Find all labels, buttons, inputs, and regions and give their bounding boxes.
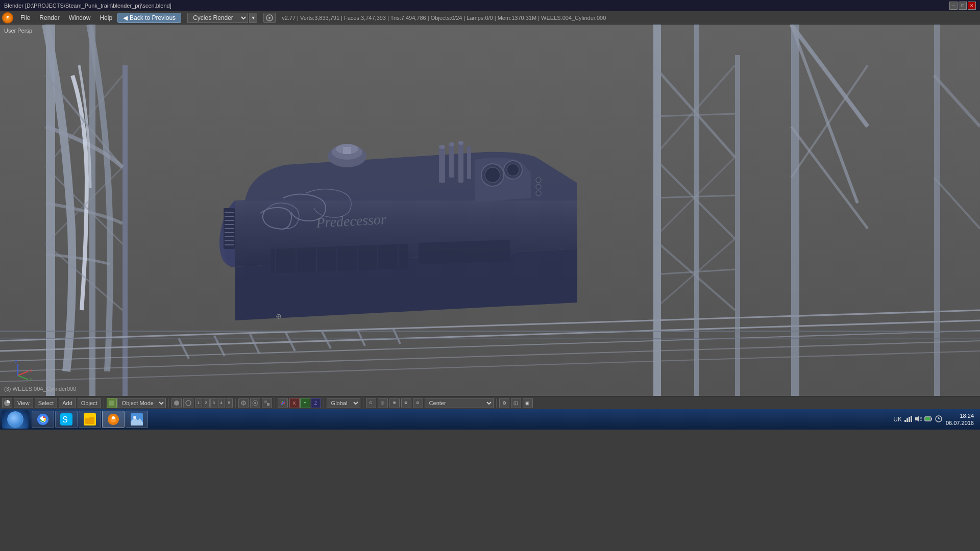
toolbar-sep-1 bbox=[104, 398, 104, 408]
svg-point-4 bbox=[268, 17, 271, 19]
render-menu[interactable]: Render bbox=[35, 13, 63, 23]
title-bar: Blender [D:\PROJECTS\Steam_Punk_train\bl… bbox=[0, 0, 980, 11]
taskbar: S UK bbox=[0, 409, 980, 430]
system-clock: 18:24 06.07.2016 bbox=[946, 412, 974, 427]
close-button[interactable]: ✕ bbox=[968, 2, 976, 10]
svg-rect-122 bbox=[909, 417, 910, 422]
svg-rect-50 bbox=[449, 144, 454, 178]
bottom-toolbar: View Select Add Object Object Mode Edit … bbox=[0, 396, 980, 409]
taskbar-blender[interactable] bbox=[102, 411, 125, 428]
layer-4-btn[interactable]: 4 bbox=[218, 398, 225, 408]
wire-viewport-icon[interactable] bbox=[183, 398, 193, 408]
svg-text:Z: Z bbox=[15, 359, 18, 364]
start-button[interactable] bbox=[2, 410, 29, 429]
maximize-button[interactable]: □ bbox=[959, 2, 967, 10]
pivot-icon-5[interactable]: ⊘ bbox=[413, 398, 423, 408]
svg-marker-124 bbox=[915, 416, 919, 422]
select-menu-btn[interactable]: Select bbox=[35, 398, 58, 408]
manipulator-icon[interactable] bbox=[278, 398, 288, 408]
render-visibility-icon[interactable]: ◫ bbox=[511, 398, 521, 408]
toolbar-sep-6 bbox=[363, 398, 363, 408]
svg-point-60 bbox=[536, 184, 541, 189]
svg-rect-102 bbox=[264, 400, 267, 403]
layer-2-btn[interactable]: 2 bbox=[203, 398, 210, 408]
viewport-3d[interactable]: Predecessor bbox=[0, 24, 980, 396]
svg-point-95 bbox=[174, 400, 179, 406]
blender-logo bbox=[2, 12, 13, 23]
proportional-edit-icon[interactable] bbox=[250, 398, 260, 408]
svg-rect-62 bbox=[653, 24, 661, 396]
window-menu[interactable]: Window bbox=[65, 13, 95, 23]
layer-1-btn[interactable]: 1 bbox=[195, 398, 202, 408]
opengl-icon[interactable]: ▣ bbox=[523, 398, 533, 408]
transform-z-icon[interactable]: Z bbox=[311, 398, 321, 408]
svg-rect-48 bbox=[439, 147, 445, 183]
svg-rect-94 bbox=[109, 400, 114, 406]
toolbar-sep-5 bbox=[324, 398, 324, 408]
svg-point-96 bbox=[186, 400, 191, 406]
keyboard-layout-icon[interactable]: UK bbox=[893, 416, 902, 423]
toolbar-sep-2 bbox=[168, 398, 169, 408]
svg-rect-82 bbox=[0, 331, 980, 332]
layer-3-btn[interactable]: 3 bbox=[210, 398, 217, 408]
clock-icon bbox=[935, 415, 943, 424]
svg-point-56 bbox=[485, 167, 500, 183]
window-controls: ─ □ ✕ bbox=[949, 2, 976, 10]
object-menu-btn[interactable]: Object bbox=[78, 398, 101, 408]
taskbar-photos[interactable] bbox=[126, 411, 148, 428]
viewport-label: User Persp bbox=[4, 28, 32, 34]
add-menu-btn[interactable]: Add bbox=[59, 398, 76, 408]
svg-rect-83 bbox=[0, 338, 980, 339]
svg-point-59 bbox=[536, 178, 541, 183]
layer-5-btn[interactable]: 5 bbox=[226, 398, 233, 408]
svg-rect-63 bbox=[694, 24, 699, 396]
solid-viewport-icon[interactable] bbox=[172, 398, 182, 408]
svg-point-61 bbox=[536, 191, 541, 196]
svg-rect-129 bbox=[925, 417, 930, 420]
pivot-icon-3[interactable]: ⊕ bbox=[389, 398, 400, 408]
pivot-select[interactable]: Center Individual Origins Active Element… bbox=[425, 398, 494, 408]
svg-rect-120 bbox=[904, 420, 906, 422]
toolbar-sep-4 bbox=[275, 398, 275, 408]
occlude-icon[interactable] bbox=[262, 398, 272, 408]
object-mode-select[interactable]: Object Mode Edit Mode Sculpt Mode Vertex… bbox=[117, 398, 166, 408]
svg-rect-103 bbox=[267, 403, 270, 406]
taskbar-chrome[interactable] bbox=[32, 411, 54, 428]
clock-date: 06.07.2016 bbox=[946, 419, 974, 427]
back-arrow-icon: ◀ bbox=[123, 14, 128, 21]
menu-bar: File Render Window Help ◀ Back to Previo… bbox=[0, 11, 980, 24]
svg-rect-54 bbox=[467, 146, 471, 179]
svg-rect-123 bbox=[911, 416, 912, 422]
clock-time: 18:24 bbox=[946, 412, 974, 419]
svg-rect-39 bbox=[343, 147, 351, 154]
svg-point-109 bbox=[41, 418, 44, 421]
viewport-shading-icon[interactable] bbox=[2, 398, 12, 408]
render-engine-arrow[interactable]: ▼ bbox=[249, 13, 257, 23]
pivot-icon-1[interactable]: ⊙ bbox=[366, 398, 376, 408]
transform-y-icon[interactable]: Y bbox=[300, 398, 310, 408]
render-icon-btn[interactable] bbox=[263, 13, 276, 23]
copy-shading-icon[interactable]: ⚙ bbox=[499, 398, 509, 408]
svg-text:S: S bbox=[62, 415, 68, 424]
pivot-icon-2[interactable]: ◎ bbox=[378, 398, 388, 408]
minimize-button[interactable]: ─ bbox=[949, 2, 958, 10]
taskbar-skype[interactable]: S bbox=[55, 411, 78, 428]
svg-rect-121 bbox=[906, 418, 908, 422]
svg-text:Y: Y bbox=[29, 377, 32, 382]
render-engine-select[interactable]: Cycles Render Blender Render Blender Gam… bbox=[187, 13, 248, 23]
back-to-previous-button[interactable]: ◀ Back to Previous bbox=[117, 13, 181, 23]
svg-rect-52 bbox=[458, 143, 463, 183]
taskbar-explorer[interactable] bbox=[79, 411, 101, 428]
battery-icon bbox=[924, 415, 933, 424]
transform-orientation-select[interactable]: Global Local Normal Gimbal View bbox=[327, 398, 360, 408]
view-menu-btn[interactable]: View bbox=[14, 398, 33, 408]
help-menu[interactable]: Help bbox=[95, 13, 116, 23]
pivot-icon-4[interactable]: ⊗ bbox=[401, 398, 411, 408]
file-menu[interactable]: File bbox=[16, 13, 34, 23]
transform-x-icon[interactable]: X bbox=[289, 398, 300, 408]
svg-point-101 bbox=[254, 402, 256, 404]
snap-icon-btn[interactable] bbox=[238, 398, 249, 408]
back-button-label: Back to Previous bbox=[130, 14, 176, 21]
svg-point-49 bbox=[439, 145, 445, 149]
svg-point-53 bbox=[458, 141, 463, 145]
